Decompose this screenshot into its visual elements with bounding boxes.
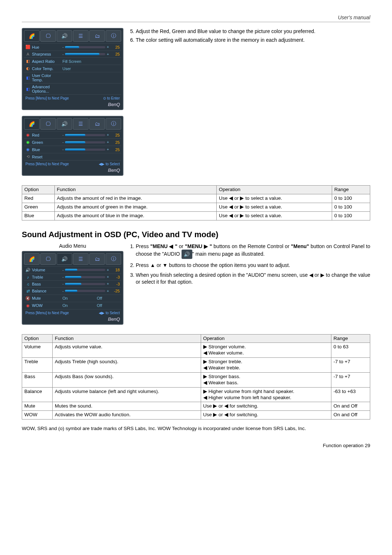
osd-row: A Sharpness- + 25 bbox=[24, 50, 121, 57]
table-row: RedAdjusts the amount of red in the imag… bbox=[22, 194, 370, 203]
table-cell: Use ◀ or ▶ to select a value. bbox=[217, 211, 332, 220]
row-label: Mute bbox=[32, 296, 62, 300]
minus-icon: - bbox=[62, 275, 64, 279]
table-cell: Blue bbox=[22, 211, 55, 220]
osd-tabs: 🌈 🖵 🔊 ☰ 🗂 ⓘ bbox=[24, 118, 121, 130]
row-slider bbox=[65, 283, 105, 285]
row-icon: ◧ bbox=[25, 76, 30, 80]
osd-footer: Press [Menu] to Next Page ◀▶ to Select bbox=[24, 309, 121, 316]
tab-pc-icon: 🖵 bbox=[40, 253, 56, 265]
row-value2: Off bbox=[87, 296, 112, 300]
osd-row: ⇄ Balance- + -25 bbox=[24, 287, 121, 295]
row-icon: ◉ bbox=[25, 133, 30, 137]
row-label: Blue bbox=[32, 147, 62, 152]
menu-right-bold: "MENU ▶ " bbox=[185, 243, 212, 249]
table-cell: 0 to 100 bbox=[332, 211, 370, 220]
row-slider bbox=[65, 46, 105, 48]
tab-audio-icon: 🔊 bbox=[57, 253, 72, 265]
table-cell: Balance bbox=[22, 387, 53, 402]
table-cell: Adjusts Bass (low sounds). bbox=[53, 372, 201, 387]
minus-icon: - bbox=[62, 133, 64, 137]
row-slider bbox=[65, 290, 105, 292]
table-row: BalanceAdjusts volume balance (left and … bbox=[22, 387, 370, 402]
osd-tabs: 🌈 🖵 🔊 ☰ 🗂 ⓘ bbox=[24, 30, 121, 42]
table-cell: Use ◀ or ▶ to select a value. bbox=[217, 203, 332, 211]
manual-header: User's manual bbox=[22, 15, 370, 20]
header-divider bbox=[22, 22, 370, 22]
tab-audio-icon: 🔊 bbox=[57, 30, 72, 42]
brand-logo: BenQ bbox=[24, 167, 121, 174]
txt: buttons on the Remote Control or bbox=[212, 243, 291, 249]
table-cell: Use ◀ or ▶ to select a value. bbox=[217, 194, 332, 203]
minus-icon: - bbox=[62, 268, 64, 272]
row-value2: Off bbox=[87, 303, 112, 308]
row-label: Bass bbox=[32, 282, 62, 286]
row-icon: ⇄ bbox=[25, 289, 30, 293]
txt: " main menu page as illustrated. bbox=[192, 251, 265, 257]
minus-icon: - bbox=[62, 282, 64, 286]
audio-menu-caption: Audio Menu bbox=[22, 243, 123, 249]
minus-icon: - bbox=[62, 52, 64, 56]
table-cell: Red bbox=[22, 194, 55, 203]
row-label: Treble bbox=[32, 275, 62, 279]
row-label: Color Temp. bbox=[32, 66, 62, 71]
row-num: -3 bbox=[109, 282, 120, 286]
osd-row: ⟲ Reset bbox=[24, 153, 121, 160]
row-icon: ◉ bbox=[25, 147, 30, 152]
table-cell: WOW bbox=[22, 411, 53, 420]
table-header: Function bbox=[54, 186, 216, 194]
table-cell: Adjusts the amount of green in the image… bbox=[54, 203, 216, 211]
table-cell: ▶ Stronger volume. ◀ Weaker volume. bbox=[201, 343, 331, 358]
tab-picture-icon: 🌈 bbox=[24, 30, 40, 42]
row-value: User bbox=[62, 66, 87, 71]
osd-row: ◉ Red- + 25 bbox=[24, 131, 121, 138]
table-row: MuteMutes the sound.Use ▶ or ◀ for switc… bbox=[22, 402, 370, 411]
tab-menu-icon: ☰ bbox=[73, 30, 89, 42]
adjustment-notes: Adjust the Red, Green and Blue value to … bbox=[131, 28, 370, 182]
row-icon: ◉ bbox=[25, 140, 30, 145]
tab-system-icon: 🗂 bbox=[89, 253, 105, 265]
audio-notes: Press "MENU ◀ " or "MENU ▶ " buttons on … bbox=[131, 243, 370, 289]
osd-foot-right: ◀▶ to Select bbox=[99, 162, 120, 166]
tab-info-icon: ⓘ bbox=[106, 118, 121, 130]
row-label: WOW bbox=[32, 303, 62, 308]
row-label: Advanced Options... bbox=[32, 85, 62, 93]
tab-system-icon: 🗂 bbox=[89, 118, 105, 130]
table-row: BassAdjusts Bass (low sounds).▶ Stronger… bbox=[22, 372, 370, 387]
table-cell: Bass bbox=[22, 372, 53, 387]
table-cell: Use ▶ or ◀ for switching. bbox=[201, 402, 331, 411]
table-header: Operation bbox=[217, 186, 332, 194]
row-slider bbox=[65, 149, 105, 151]
brand-logo: BenQ bbox=[24, 102, 121, 108]
table-cell: Adjusts Treble (high sounds). bbox=[53, 358, 201, 373]
row-num: 25 bbox=[109, 147, 120, 152]
table-cell: 0 to 100 bbox=[332, 194, 370, 203]
row-slider bbox=[65, 141, 105, 143]
tab-menu-icon: ☰ bbox=[73, 253, 89, 265]
table-cell: Green bbox=[22, 203, 55, 211]
table-cell: ▶ Stronger treble. ◀ Weaker treble. bbox=[201, 358, 331, 373]
osd-row: ◧ User Color Temp. bbox=[24, 72, 121, 83]
srs-footnote: WOW, SRS and (o) symbol are trade marks … bbox=[22, 425, 370, 432]
osd-row: ◧ Advanced Options... bbox=[24, 83, 121, 94]
table-cell: 0 to 63 bbox=[331, 343, 370, 358]
table-cell: Volume bbox=[22, 343, 53, 358]
table-header: Range bbox=[332, 186, 370, 194]
audio-note-1: Press "MENU ◀ " or "MENU ▶ " buttons on … bbox=[136, 243, 370, 259]
row-label: Green bbox=[32, 140, 62, 145]
osd-foot-right: ◀▶ to Select bbox=[99, 311, 120, 315]
row-value: On bbox=[62, 296, 87, 300]
color-options-table: OptionFunctionOperationRange RedAdjusts … bbox=[22, 185, 370, 220]
osd-foot-left: Press [Menu] to Next Page bbox=[25, 162, 69, 166]
row-icon: ♪ bbox=[25, 275, 30, 279]
osd-row: ♪ Treble- + -3 bbox=[24, 274, 121, 280]
audio-note-2: Press ▲ or ▼ buttons to choose the optio… bbox=[136, 262, 370, 269]
table-cell: -63 to +63 bbox=[331, 387, 370, 402]
tab-pc-icon: 🖵 bbox=[40, 30, 56, 42]
table-cell: Adjusts the amount of red in the image. bbox=[54, 194, 216, 203]
row-icon: ◧ bbox=[25, 59, 30, 64]
note-5: Adjust the Red, Green and Blue value to … bbox=[136, 28, 370, 35]
row-label: Reset bbox=[32, 155, 62, 159]
row-label: Red bbox=[32, 133, 62, 137]
tab-picture-icon: 🌈 bbox=[24, 118, 40, 130]
